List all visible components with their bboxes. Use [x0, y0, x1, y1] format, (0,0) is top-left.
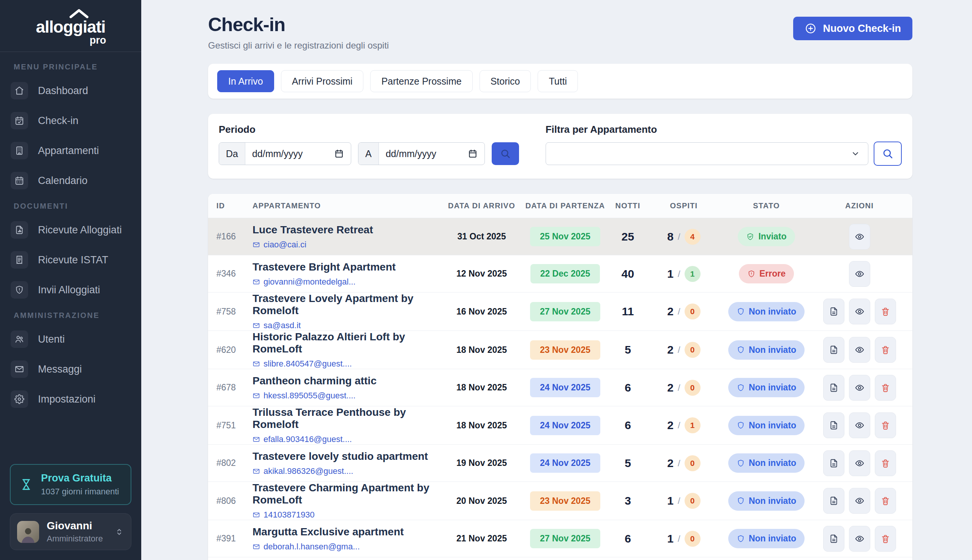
delete-button[interactable]: [875, 412, 896, 438]
new-checkin-button[interactable]: Nuovo Check-in: [793, 17, 912, 40]
departure-date-pill: 27 Nov 2025: [530, 529, 600, 548]
tab-storico[interactable]: Storico: [479, 70, 531, 92]
sidebar-item-appartamenti[interactable]: Appartamenti: [11, 142, 130, 159]
table-row[interactable]: #678Pantheon charming attichkessl.895055…: [208, 369, 912, 406]
sidebar-item-ricevute-istat[interactable]: Ricevute ISTAT: [11, 251, 130, 268]
brand-logo[interactable]: alloggiati pro: [0, 0, 141, 52]
document-button[interactable]: [823, 488, 844, 514]
apartment-name[interactable]: Historic Palazzo Altieri Loft by RomeLof…: [252, 331, 439, 355]
sidebar-item-label: Dashboard: [38, 85, 88, 97]
guests-separator: /: [678, 268, 680, 279]
apartment-name[interactable]: Trastevere Bright Apartment: [252, 261, 439, 273]
apartment-contact[interactable]: ciao@cai.ci: [252, 240, 439, 250]
sidebar-item-impostazioni[interactable]: Impostazioni: [11, 390, 130, 408]
status-badge: Non inviato: [728, 453, 805, 473]
delete-button[interactable]: [875, 298, 896, 324]
table-row[interactable]: #758Trastevere Lovely Apartment by Romel…: [208, 293, 912, 331]
table-row[interactable]: #620Historic Palazzo Altieri Loft by Rom…: [208, 331, 912, 369]
apartment-contact[interactable]: deborah.l.hansen@gma...: [252, 542, 439, 552]
row-id: #166: [216, 232, 252, 242]
tab-partenze-prossime[interactable]: Partenze Prossime: [370, 70, 472, 92]
row-actions: [815, 337, 904, 363]
apartment-contact[interactable]: sa@asd.it: [252, 321, 439, 330]
apartment-contact[interactable]: slibre.840547@guest....: [252, 359, 439, 369]
apartment-name[interactable]: Margutta Exclusive apartment: [252, 526, 439, 538]
view-button[interactable]: [849, 375, 870, 401]
apartment-name[interactable]: Trilussa Terrace Penthouse by Romeloft: [252, 406, 439, 431]
trash-icon: [880, 307, 890, 317]
view-button[interactable]: [849, 298, 870, 324]
tab-arrivi-prossimi[interactable]: Arrivi Prossimi: [281, 70, 364, 92]
sidebar-item-ricevute-alloggiati[interactable]: Ricevute Alloggiati: [11, 221, 130, 238]
guests-count: 8: [667, 230, 673, 243]
sidebar-item-utenti[interactable]: Utenti: [11, 330, 130, 348]
apartment-name[interactable]: Trastevere Charming Apartment by RomeLof…: [252, 482, 439, 506]
table-row[interactable]: #751Trilussa Terrace Penthouse by Romelo…: [208, 406, 912, 445]
sidebar-item-calendario[interactable]: Calendario: [11, 172, 130, 189]
tab-in-arrivo[interactable]: In Arrivo: [217, 70, 274, 92]
document-button[interactable]: [823, 450, 844, 476]
trash-icon: [880, 420, 890, 430]
sidebar-item-check-in[interactable]: Check-in: [11, 112, 130, 129]
filter-tabs: In ArrivoArrivi ProssimiPartenze Prossim…: [208, 64, 912, 98]
view-button[interactable]: [849, 450, 870, 476]
date-from-input[interactable]: dd/mm/yyyy: [245, 143, 351, 165]
apartment-name[interactable]: Luce Trastevere Retreat: [252, 224, 439, 236]
file-lines-icon: [829, 383, 839, 393]
view-button[interactable]: [849, 337, 870, 363]
apartment-contact[interactable]: hkessl.895055@guest....: [252, 391, 439, 401]
document-button[interactable]: [823, 337, 844, 363]
filters-card: Periodo Da dd/mm/yyyy A dd/mm/yyyy: [208, 114, 912, 179]
apartment-select[interactable]: [546, 142, 868, 165]
delete-button[interactable]: [875, 375, 896, 401]
table-row[interactable]: #570Saint Peter luxury terrace atticjan@…: [208, 557, 912, 560]
apartment-cell: Trastevere Lovely Apartment by Romelofts…: [252, 293, 439, 330]
date-from-group: Da dd/mm/yyyy: [219, 142, 351, 165]
apartment-contact[interactable]: akikal.986326@guest....: [252, 466, 439, 476]
calendar-icon[interactable]: [334, 149, 344, 158]
calendar-icon[interactable]: [468, 149, 478, 158]
document-button[interactable]: [823, 526, 844, 552]
apartment-contact[interactable]: giovanni@montedelgal...: [252, 277, 439, 287]
document-button[interactable]: [823, 298, 844, 324]
view-button[interactable]: [849, 224, 870, 250]
shield-icon: [737, 535, 745, 543]
tab-tutti[interactable]: Tutti: [538, 70, 578, 92]
view-button[interactable]: [849, 412, 870, 438]
file-lines-icon: [829, 345, 839, 355]
apartment-name[interactable]: Trastevere lovely studio apartment: [252, 450, 439, 462]
table-row[interactable]: #166Luce Trastevere Retreatciao@cai.ci31…: [208, 218, 912, 255]
sidebar-item-dashboard[interactable]: Dashboard: [11, 82, 130, 99]
apartment-contact[interactable]: efalla.903416@guest....: [252, 434, 439, 444]
table-row[interactable]: #391Margutta Exclusive apartmentdeborah.…: [208, 520, 912, 557]
view-button[interactable]: [849, 488, 870, 514]
sidebar-item-messaggi[interactable]: Messaggi: [11, 360, 130, 378]
delete-button[interactable]: [875, 450, 896, 476]
date-to-input[interactable]: dd/mm/yyyy: [379, 143, 484, 165]
apartment-contact[interactable]: 14103871930: [252, 510, 439, 520]
user-menu[interactable]: Giovanni Amministratore: [10, 513, 131, 550]
row-actions: [815, 450, 904, 476]
hourglass-icon: [20, 478, 33, 491]
apartment-name[interactable]: Pantheon charming attic: [252, 375, 439, 387]
apartment-search-button[interactable]: [873, 142, 902, 166]
trial-banner[interactable]: Prova Gratuita 1037 giorni rimanenti: [10, 464, 131, 505]
view-button[interactable]: [849, 261, 870, 287]
period-search-button[interactable]: [492, 142, 519, 165]
apartment-name[interactable]: Trastevere Lovely Apartment by Romeloft: [252, 293, 439, 317]
departure-date-pill: 23 Nov 2025: [530, 340, 600, 360]
guests-count: 2: [667, 419, 673, 432]
document-button[interactable]: [823, 412, 844, 438]
sidebar-item-invii-alloggiati[interactable]: Invii Alloggiati: [11, 281, 130, 298]
sidebar-nav: MENU PRINCIPALEDashboardCheck-inAppartam…: [0, 52, 141, 464]
document-button[interactable]: [823, 375, 844, 401]
envelope-icon: [14, 364, 24, 374]
table-row[interactable]: #346Trastevere Bright Apartmentgiovanni@…: [208, 255, 912, 293]
delete-button[interactable]: [875, 526, 896, 552]
view-button[interactable]: [849, 526, 870, 552]
guests-cell: 2/0: [650, 380, 718, 396]
table-row[interactable]: #806Trastevere Charming Apartment by Rom…: [208, 482, 912, 520]
delete-button[interactable]: [875, 337, 896, 363]
table-row[interactable]: #802Trastevere lovely studio apartmentak…: [208, 445, 912, 482]
delete-button[interactable]: [875, 488, 896, 514]
